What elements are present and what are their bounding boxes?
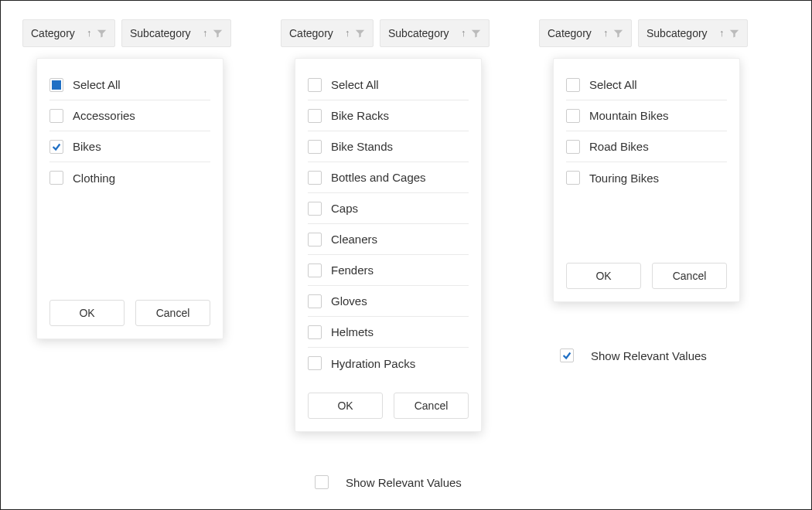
header-category[interactable]: Category ↑	[539, 19, 632, 47]
select-all-row[interactable]: Select All	[566, 70, 727, 100]
select-all-label: Select All	[73, 78, 121, 91]
show-relevant-values-toggle[interactable]: Show Relevant Values	[315, 475, 462, 489]
header-subcategory[interactable]: Subcategory ↑	[121, 19, 231, 47]
filter-item[interactable]: Gloves	[308, 286, 469, 317]
header-category-label: Category	[31, 27, 87, 39]
header-subcategory-label: Subcategory	[130, 27, 203, 39]
ok-button[interactable]: OK	[49, 300, 125, 326]
panel-1: Category ↑ Subcategory ↑	[22, 19, 231, 339]
checkbox[interactable]	[308, 171, 322, 185]
select-all-label: Select All	[331, 78, 379, 91]
filter-icon	[728, 28, 739, 39]
popup-buttons: OK Cancel	[308, 393, 469, 419]
filter-item-label: Helmets	[331, 325, 374, 338]
filter-item[interactable]: Caps	[308, 193, 469, 224]
checkbox[interactable]	[566, 109, 580, 123]
filter-item-label: Caps	[331, 202, 358, 215]
checkbox[interactable]	[315, 475, 329, 489]
sort-asc-icon: ↑	[345, 27, 351, 39]
cancel-button[interactable]: Cancel	[652, 263, 727, 289]
filter-item[interactable]: Bikes	[49, 131, 210, 162]
header-category[interactable]: Category ↑	[281, 19, 374, 47]
column-headers: Category ↑ Subcategory ↑	[539, 19, 748, 47]
filter-item-label: Hydration Packs	[331, 357, 415, 370]
checkbox[interactable]	[566, 171, 580, 185]
checkbox[interactable]	[308, 233, 322, 246]
popup-buttons: OK Cancel	[49, 300, 210, 326]
checkbox[interactable]	[566, 78, 580, 92]
filter-item[interactable]: Bottles and Cages	[308, 162, 469, 193]
filter-popup-subcategory: Select All Mountain Bikes Road Bikes Tou…	[553, 58, 740, 302]
column-headers: Category ↑ Subcategory ↑	[281, 19, 490, 47]
filter-item[interactable]: Cleaners	[308, 224, 469, 255]
cancel-button[interactable]: Cancel	[135, 300, 210, 326]
header-category[interactable]: Category ↑	[22, 19, 115, 47]
filter-item-label: Accessories	[73, 109, 135, 122]
checkbox[interactable]	[49, 171, 63, 185]
filter-item[interactable]: Fenders	[308, 255, 469, 286]
filter-icon	[212, 28, 223, 39]
checkbox[interactable]	[49, 78, 63, 92]
filter-icon	[470, 28, 481, 39]
cancel-button[interactable]: Cancel	[394, 393, 469, 419]
filter-icon	[612, 28, 623, 39]
filter-item-label: Gloves	[331, 294, 367, 308]
checkbox[interactable]	[308, 140, 322, 154]
filter-item-label: Road Bikes	[589, 140, 649, 153]
checkbox[interactable]	[308, 294, 322, 308]
filter-icon	[354, 28, 365, 39]
checkbox[interactable]	[566, 140, 580, 154]
show-relevant-values-label: Show Relevant Values	[591, 349, 707, 362]
filter-item[interactable]: Touring Bikes	[566, 162, 727, 193]
checkbox[interactable]	[308, 356, 322, 370]
popup-buttons: OK Cancel	[566, 263, 727, 289]
filter-item[interactable]: Bike Racks	[308, 100, 469, 131]
filter-item[interactable]: Road Bikes	[566, 131, 727, 162]
show-relevant-values-toggle[interactable]: Show Relevant Values	[560, 348, 707, 362]
select-all-label: Select All	[589, 78, 637, 91]
filter-item-label: Clothing	[73, 172, 115, 185]
header-subcategory-label: Subcategory	[647, 27, 719, 39]
filter-item-label: Bottles and Cages	[331, 171, 426, 184]
header-subcategory[interactable]: Subcategory ↑	[638, 19, 748, 47]
checkbox[interactable]	[308, 202, 322, 216]
select-all-row[interactable]: Select All	[49, 70, 210, 100]
checkbox[interactable]	[560, 348, 574, 362]
filter-item-list: Select All Mountain Bikes Road Bikes Tou…	[566, 70, 727, 193]
panel-2: Category ↑ Subcategory ↑	[281, 19, 490, 432]
column-headers: Category ↑ Subcategory ↑	[22, 19, 231, 47]
filter-icon	[96, 28, 107, 39]
filter-item-label: Cleaners	[331, 233, 377, 246]
checkbox[interactable]	[308, 264, 322, 277]
filter-item[interactable]: Mountain Bikes	[566, 100, 727, 131]
sort-asc-icon: ↑	[87, 27, 93, 39]
filter-item[interactable]: Hydration Packs	[308, 348, 469, 379]
filter-item-label: Bike Stands	[331, 140, 393, 153]
sort-asc-icon: ↑	[203, 27, 209, 39]
checkbox[interactable]	[308, 78, 322, 92]
filter-item-list: Select All Accessories Bikes	[49, 70, 210, 193]
checkbox[interactable]	[49, 140, 63, 154]
filter-item-label: Mountain Bikes	[589, 109, 669, 122]
filter-item-list: Select All Bike Racks Bike Stands Bottle…	[308, 70, 469, 379]
checkbox[interactable]	[308, 325, 322, 339]
header-subcategory-label: Subcategory	[388, 27, 461, 39]
show-relevant-values-label: Show Relevant Values	[346, 476, 462, 489]
filter-item[interactable]: Clothing	[49, 162, 210, 193]
filter-popup-category: Select All Accessories Bikes	[36, 58, 223, 339]
sort-asc-icon: ↑	[719, 27, 725, 39]
header-category-label: Category	[289, 27, 345, 39]
ok-button[interactable]: OK	[566, 263, 641, 289]
sort-asc-icon: ↑	[461, 27, 467, 39]
filter-item[interactable]: Helmets	[308, 317, 469, 348]
header-category-label: Category	[548, 27, 603, 39]
checkbox[interactable]	[308, 109, 322, 123]
filter-item[interactable]: Bike Stands	[308, 131, 469, 162]
filter-item-label: Bike Racks	[331, 109, 389, 122]
filter-item[interactable]: Accessories	[49, 100, 210, 131]
filter-item-label: Bikes	[73, 140, 101, 153]
ok-button[interactable]: OK	[308, 393, 383, 419]
select-all-row[interactable]: Select All	[308, 70, 469, 100]
header-subcategory[interactable]: Subcategory ↑	[380, 19, 490, 47]
checkbox[interactable]	[49, 109, 63, 123]
